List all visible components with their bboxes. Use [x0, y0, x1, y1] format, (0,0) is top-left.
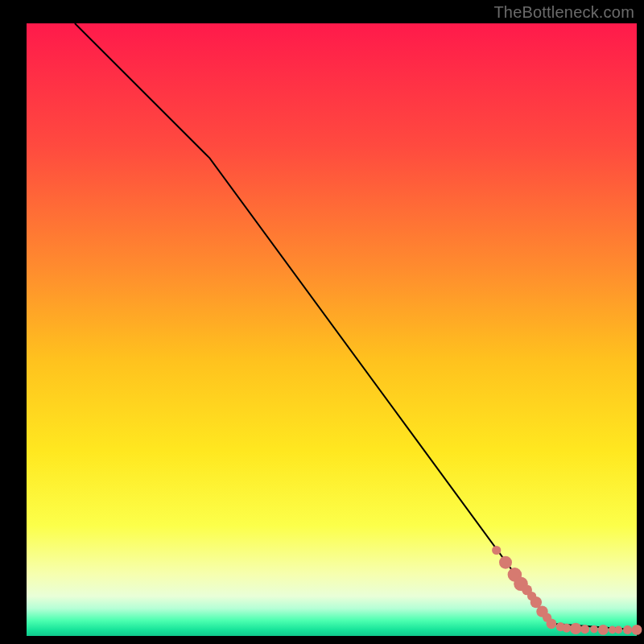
scatter-point: [623, 625, 632, 634]
scatter-point: [590, 625, 598, 634]
scatter-point: [492, 546, 501, 555]
scatter-point: [598, 625, 609, 635]
plot-background: [27, 23, 637, 636]
scatter-point: [615, 626, 623, 634]
chart-canvas: [0, 0, 644, 644]
chart-frame: TheBottleneck.com: [0, 0, 644, 644]
scatter-point: [547, 618, 557, 629]
scatter-point: [499, 556, 512, 569]
scatter-point: [562, 624, 571, 633]
scatter-point: [570, 623, 581, 634]
scatter-point: [632, 625, 642, 635]
scatter-point: [580, 625, 589, 634]
